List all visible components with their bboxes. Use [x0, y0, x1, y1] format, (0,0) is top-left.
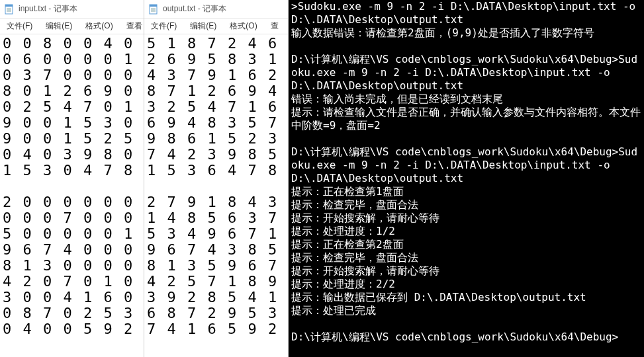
terminal-line: D:\计算机\编程\VS code\cnblogs_work\Sudoku\x6…: [291, 331, 641, 344]
terminal-line: 提示：开始搜索解，请耐心等待: [291, 264, 641, 278]
terminal-line: 输入数据错误：请检查第2盘面，(9,9)处是否插入了非数字符号: [291, 26, 641, 40]
svg-rect-1: [5, 5, 13, 7]
menu-file[interactable]: 文件(F): [144, 20, 183, 32]
terminal[interactable]: >Sudoku.exe -m 9 -n 2 -i D:\.DATA\Deskto…: [289, 0, 644, 357]
menu-format[interactable]: 格式(O): [79, 20, 119, 32]
menubar: 文件(F) 编辑(E) 格式(O) 查看: [0, 19, 144, 34]
terminal-line: D:\计算机\编程\VS code\cnblogs_work\Sudoku\x6…: [291, 53, 641, 93]
notepad-icon: [148, 4, 159, 15]
terminal-line: 提示：处理已完成: [291, 304, 641, 317]
menubar: 文件(F) 编辑(E) 格式(O) 查: [144, 19, 288, 34]
window-title: output.txt - 记事本: [163, 3, 226, 15]
terminal-line: >Sudoku.exe -m 9 -n 2 -i D:\.DATA\Deskto…: [291, 0, 641, 26]
notepad-output: output.txt - 记事本 文件(F) 编辑(E) 格式(O) 查 5 1…: [144, 0, 289, 357]
terminal-line: 提示：输出数据已保存到 D:\.DATA\Desktop\output.txt: [291, 291, 641, 304]
terminal-line: 提示：正在检查第1盘面: [291, 185, 641, 198]
terminal-line: D:\计算机\编程\VS code\cnblogs_work\Sudoku\x6…: [291, 145, 641, 185]
terminal-line: [291, 132, 641, 145]
menu-format[interactable]: 格式(O): [223, 20, 263, 32]
menu-edit[interactable]: 编辑(E): [183, 20, 223, 32]
menu-file[interactable]: 文件(F): [0, 20, 39, 32]
window-title: input.txt - 记事本: [19, 3, 77, 15]
terminal-line: 提示：处理进度：1/2: [291, 225, 641, 238]
menu-view[interactable]: 查: [264, 20, 285, 32]
terminal-line: 错误：输入尚未完成，但是已经读到文档末尾: [291, 93, 641, 106]
notepad-icon: [4, 4, 15, 15]
text-content[interactable]: 5 1 8 7 2 4 6 3 9 2 6 9 5 8 3 1 4 7 4 3 …: [144, 34, 288, 357]
text-content[interactable]: 0 0 8 0 0 4 0 0 9 0 6 0 0 0 0 1 0 0 0 3 …: [0, 34, 144, 357]
terminal-line: [291, 317, 641, 331]
terminal-line: [291, 40, 641, 53]
terminal-line: 提示：请检查输入文件是否正确，并确认输入参数与文件内容相符。本文件中阶数=9，盘…: [291, 106, 641, 132]
notepad-input: input.txt - 记事本 文件(F) 编辑(E) 格式(O) 查看 0 0…: [0, 0, 144, 357]
menu-edit[interactable]: 编辑(E): [39, 20, 79, 32]
terminal-line: 提示：检查完毕，盘面合法: [291, 251, 641, 264]
titlebar[interactable]: input.txt - 记事本: [0, 0, 144, 19]
titlebar[interactable]: output.txt - 记事本: [144, 0, 288, 19]
terminal-line: 提示：处理进度：2/2: [291, 278, 641, 291]
terminal-line: 提示：正在检查第2盘面: [291, 238, 641, 251]
svg-rect-6: [150, 5, 157, 7]
terminal-line: 提示：开始搜索解，请耐心等待: [291, 212, 641, 225]
terminal-line: 提示：检查完毕，盘面合法: [291, 198, 641, 212]
